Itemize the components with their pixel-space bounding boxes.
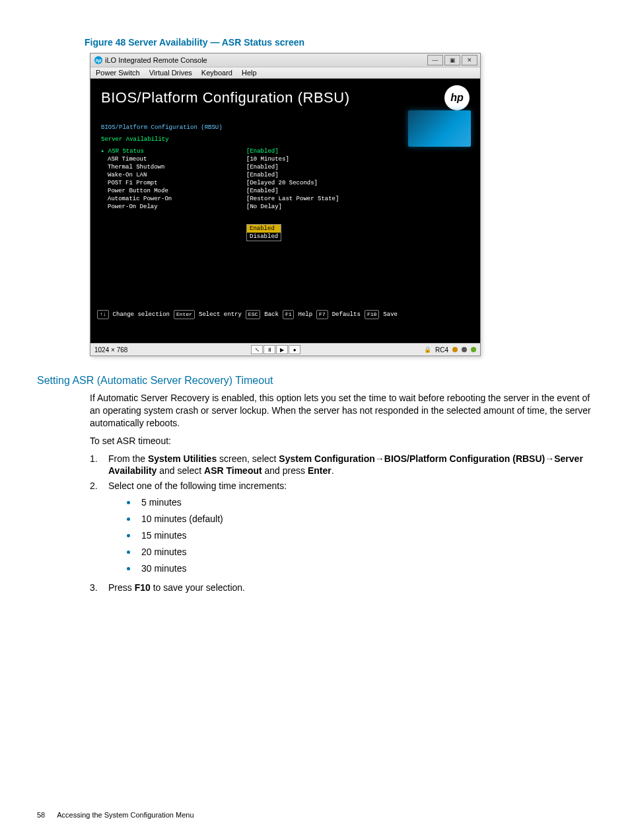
status-record-button[interactable]: ● xyxy=(289,345,300,354)
bios-screen: BIOS/Platform Configuration (RBSU) hp BI… xyxy=(90,79,480,343)
step-1-text: From the System Utilities screen, select… xyxy=(108,453,593,478)
menu-power-switch[interactable]: Power Switch xyxy=(96,69,140,77)
figure-caption: Figure 48 Server Availability — ASR Stat… xyxy=(85,37,593,48)
page-number: 58 xyxy=(37,811,45,819)
key-f1-icon: F1 xyxy=(283,310,295,319)
step-1-number: 1. xyxy=(90,453,108,478)
menu-virtual-drives[interactable]: Virtual Drives xyxy=(149,69,192,77)
bios-row-power-button-value: [Enabled] xyxy=(246,187,339,195)
led-amber-icon xyxy=(452,347,458,352)
bios-row-asr-timeout-value: [10 Minutes] xyxy=(246,155,339,163)
maximize-button[interactable]: ▣ xyxy=(444,55,460,65)
minimize-button[interactable]: — xyxy=(427,55,443,65)
key-enter-label: Select entry xyxy=(199,311,242,319)
key-esc-icon: ESC xyxy=(246,310,260,319)
statusbar: 1024 × 768 ⤡ ⏸ ▶ ● 🔒 RC4 xyxy=(90,343,480,356)
bios-row-wake-on-lan-label[interactable]: Wake-On LAN xyxy=(101,171,246,179)
ilo-console-window: hp iLO Integrated Remote Console — ▣ ✕ P… xyxy=(90,53,481,356)
bios-row-asr-status-value: [Enabled] xyxy=(246,147,339,155)
key-enter-icon: Enter xyxy=(174,310,195,319)
menu-keyboard[interactable]: Keyboard xyxy=(201,69,232,77)
bios-row-power-button-label[interactable]: Power Button Mode xyxy=(101,187,246,195)
key-updown-label: Change selection xyxy=(113,311,170,319)
key-f10-icon: F10 xyxy=(365,310,379,319)
bios-row-power-on-delay-label[interactable]: Power-On Delay xyxy=(101,203,246,211)
close-button[interactable]: ✕ xyxy=(462,55,477,65)
list-item: 30 minutes xyxy=(127,562,593,575)
key-f10-label: Save xyxy=(383,311,398,319)
bios-row-power-on-delay-value: [No Delay] xyxy=(246,203,339,211)
bios-dropdown-option-enabled[interactable]: Enabled xyxy=(247,225,281,233)
hp-favicon-icon: hp xyxy=(94,56,102,64)
list-item: 5 minutes xyxy=(127,496,593,509)
section-intro: If Automatic Server Recovery is enabled,… xyxy=(90,392,593,430)
step-3-text: Press F10 to save your selection. xyxy=(108,582,593,594)
bios-row-thermal-shutdown-value: [Enabled] xyxy=(246,163,339,171)
bios-header-title: BIOS/Platform Configuration (RBSU) xyxy=(101,89,349,106)
key-updown-icon: ↑↓ xyxy=(97,310,109,319)
section-heading: Setting ASR (Automatic Server Recovery) … xyxy=(37,375,593,387)
window-title: iLO Integrated Remote Console xyxy=(105,56,207,64)
status-encryption: RC4 xyxy=(435,346,448,354)
key-f7-label: Defaults xyxy=(332,311,361,319)
bios-row-auto-power-on-value: [Restore Last Power State] xyxy=(246,195,339,203)
bios-breadcrumb-2: Server Availability xyxy=(101,135,470,143)
bios-dropdown-option-disabled[interactable]: Disabled xyxy=(247,233,281,241)
menubar: Power Switch Virtual Drives Keyboard Hel… xyxy=(90,67,480,79)
status-play-button[interactable]: ▶ xyxy=(276,345,288,354)
status-resolution: 1024 × 768 xyxy=(94,346,127,354)
step-2-text: Select one of the following time increme… xyxy=(108,480,593,492)
bios-dropdown[interactable]: Enabled Disabled xyxy=(246,224,281,241)
bios-row-wake-on-lan-value: [Enabled] xyxy=(246,171,339,179)
menu-help[interactable]: Help xyxy=(242,69,257,77)
bios-row-asr-status-label[interactable]: ▸ ASR Status xyxy=(101,147,246,155)
key-f1-label: Help xyxy=(298,311,312,319)
status-resize-button[interactable]: ⤡ xyxy=(251,345,263,354)
bios-breadcrumb-1: BIOS/Platform Configuration (RBSU) xyxy=(101,124,470,132)
footer-chapter: Accessing the System Configuration Menu xyxy=(57,811,193,819)
list-item: 15 minutes xyxy=(127,529,593,542)
key-f7-icon: F7 xyxy=(316,310,328,319)
bios-row-auto-power-on-label[interactable]: Automatic Power-On xyxy=(101,195,246,203)
list-item: 20 minutes xyxy=(127,546,593,558)
window-titlebar: hp iLO Integrated Remote Console — ▣ ✕ xyxy=(90,54,480,67)
status-pause-button[interactable]: ⏸ xyxy=(263,345,275,354)
lock-icon: 🔒 xyxy=(424,346,431,353)
step-3-number: 3. xyxy=(90,582,108,594)
step-2-number: 2. xyxy=(90,480,108,578)
bios-row-post-f1-value: [Delayed 20 Seconds] xyxy=(246,179,339,187)
led-green-icon xyxy=(471,347,476,352)
list-item: 10 minutes (default) xyxy=(127,513,593,525)
key-esc-label: Back xyxy=(264,311,279,319)
bios-footer: ↑↓ Change selection Enter Select entry E… xyxy=(90,307,480,322)
procedure-lead: To set ASR timeout: xyxy=(90,435,593,447)
hp-logo-icon: hp xyxy=(444,85,470,110)
bios-row-thermal-shutdown-label[interactable]: Thermal Shutdown xyxy=(101,163,246,171)
bios-row-asr-timeout-label[interactable]: ASR Timeout xyxy=(101,155,246,163)
bios-row-post-f1-label[interactable]: POST F1 Prompt xyxy=(101,179,246,187)
led-dark-icon xyxy=(462,347,467,352)
